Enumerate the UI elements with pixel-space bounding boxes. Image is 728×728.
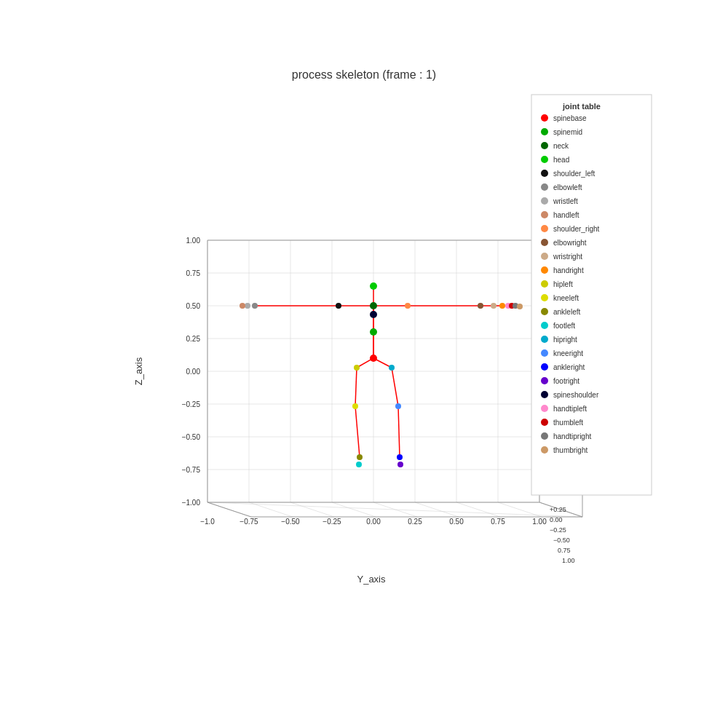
- svg-text:0.50: 0.50: [449, 518, 464, 526]
- svg-text:spineshoulder: spineshoulder: [553, 391, 599, 399]
- svg-point-90: [541, 156, 548, 163]
- svg-point-108: [541, 280, 548, 288]
- svg-text:wristleft: wristleft: [553, 197, 578, 205]
- svg-text:−1.0: −1.0: [200, 518, 215, 526]
- chart-container: process skeleton (frame : 1): [0, 0, 728, 728]
- svg-text:−0.25: −0.25: [182, 400, 201, 408]
- joint-spinebase: [370, 355, 377, 362]
- svg-text:+0.25: +0.25: [550, 506, 566, 513]
- svg-text:0.75: 0.75: [558, 547, 571, 554]
- svg-text:−0.50: −0.50: [553, 537, 570, 544]
- joint-footleft: [356, 462, 362, 467]
- joint-elbowleft: [252, 303, 258, 309]
- svg-point-94: [541, 183, 548, 191]
- svg-point-130: [541, 432, 548, 440]
- svg-point-106: [541, 266, 548, 274]
- svg-text:0.00: 0.00: [366, 518, 381, 526]
- joint-shoulder-right: [405, 303, 411, 309]
- svg-point-126: [541, 405, 548, 412]
- y-axis-label: Y_axis: [357, 574, 386, 585]
- joint-hipright: [389, 365, 395, 371]
- joint-kneeright: [395, 403, 401, 409]
- joint-handleft: [240, 303, 245, 309]
- svg-text:kneeleft: kneeleft: [553, 294, 579, 302]
- svg-point-92: [541, 170, 548, 177]
- svg-point-116: [541, 336, 548, 343]
- svg-text:elbowright: elbowright: [553, 239, 587, 247]
- joint-neck: [370, 302, 377, 309]
- chart-title: process skeleton (frame : 1): [292, 68, 436, 81]
- svg-text:−0.50: −0.50: [182, 433, 201, 441]
- svg-text:ankleleft: ankleleft: [553, 308, 580, 316]
- legend-box: [531, 95, 652, 495]
- svg-point-104: [541, 253, 548, 260]
- svg-text:0.50: 0.50: [186, 302, 201, 310]
- svg-text:head: head: [553, 156, 569, 164]
- y-axis-ticks: −1.0 −0.75 −0.50 −0.25 0.00 0.25 0.50 0.…: [200, 518, 547, 526]
- svg-point-132: [541, 446, 548, 454]
- svg-text:hipright: hipright: [553, 336, 577, 344]
- svg-point-124: [541, 391, 548, 398]
- joint-wristright: [491, 303, 496, 309]
- svg-text:thumbright: thumbright: [553, 446, 587, 454]
- svg-text:shoulder_right: shoulder_right: [553, 225, 600, 233]
- z-axis-label: Z_axis: [133, 357, 144, 385]
- svg-text:neck: neck: [553, 142, 569, 150]
- joint-ankleright: [397, 454, 403, 460]
- svg-point-102: [541, 239, 548, 246]
- legend-title: joint table: [562, 102, 601, 111]
- svg-text:1.00: 1.00: [562, 557, 575, 564]
- svg-text:1.00: 1.00: [532, 518, 547, 526]
- svg-point-84: [541, 114, 548, 122]
- svg-point-118: [541, 349, 548, 357]
- svg-text:shoulder_left: shoulder_left: [553, 170, 595, 178]
- svg-text:0.25: 0.25: [408, 518, 422, 526]
- svg-text:−0.25: −0.25: [323, 518, 341, 526]
- svg-text:−0.75: −0.75: [182, 466, 201, 474]
- svg-text:footright: footright: [553, 377, 579, 385]
- svg-text:hipleft: hipleft: [553, 280, 573, 288]
- joint-hipleft: [354, 365, 360, 371]
- svg-text:0.00: 0.00: [186, 368, 201, 376]
- svg-text:0.25: 0.25: [186, 335, 201, 343]
- svg-text:0.00: 0.00: [550, 516, 563, 523]
- joint-thumbright: [517, 304, 523, 309]
- svg-text:footleft: footleft: [553, 322, 575, 330]
- svg-text:ankleright: ankleright: [553, 363, 585, 371]
- svg-text:−0.50: −0.50: [281, 518, 300, 526]
- svg-text:−1.00: −1.00: [182, 499, 201, 507]
- svg-text:−0.25: −0.25: [550, 526, 566, 534]
- svg-text:spinebase: spinebase: [553, 114, 587, 122]
- joint-shoulder-left: [336, 303, 341, 309]
- svg-point-128: [541, 419, 548, 426]
- svg-text:0.75: 0.75: [186, 269, 201, 277]
- joint-ankleleft: [357, 454, 363, 460]
- svg-text:−0.75: −0.75: [240, 518, 258, 526]
- joint-head: [370, 282, 377, 290]
- svg-point-112: [541, 308, 548, 315]
- joint-spineshoulder: [370, 311, 377, 318]
- joint-kneeleft: [352, 403, 358, 409]
- joint-spinemid: [370, 328, 377, 336]
- svg-text:spinemid: spinemid: [553, 128, 582, 136]
- svg-point-122: [541, 377, 548, 384]
- svg-text:handleft: handleft: [553, 211, 579, 219]
- svg-text:thumbleft: thumbleft: [553, 419, 583, 427]
- joint-elbowright: [478, 303, 483, 309]
- svg-point-110: [541, 294, 548, 301]
- svg-text:wristright: wristright: [553, 253, 582, 261]
- svg-point-86: [541, 128, 548, 135]
- joint-footright: [397, 462, 403, 467]
- svg-point-96: [541, 197, 548, 205]
- svg-text:0.75: 0.75: [491, 518, 505, 526]
- joint-handright: [499, 303, 505, 309]
- svg-point-98: [541, 211, 548, 218]
- svg-text:kneeright: kneeright: [553, 349, 583, 357]
- svg-point-88: [541, 142, 548, 149]
- svg-point-100: [541, 225, 548, 232]
- joint-wristleft: [245, 303, 250, 309]
- svg-point-120: [541, 363, 548, 371]
- svg-text:handright: handright: [553, 266, 584, 274]
- svg-text:elbowleft: elbowleft: [553, 183, 582, 191]
- svg-text:1.00: 1.00: [186, 237, 201, 245]
